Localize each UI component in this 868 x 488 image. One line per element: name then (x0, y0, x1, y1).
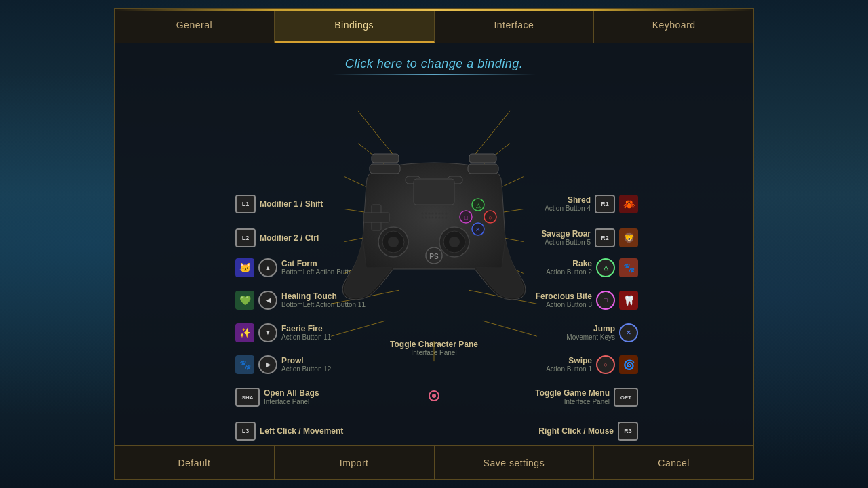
badge-l3: L3 (235, 422, 256, 441)
badge-l2: L2 (235, 228, 256, 247)
label-l2: Modifier 2 / Ctrl (260, 233, 319, 243)
binding-r3[interactable]: R3 Right Click / Mouse (538, 422, 638, 441)
svg-point-51 (435, 217, 437, 219)
icon-prowl: 🐾 (235, 355, 254, 374)
svg-point-49 (432, 217, 434, 219)
badge-share: SHA (235, 388, 260, 407)
tab-interface[interactable]: Interface (435, 9, 595, 43)
tab-keyboard[interactable]: Keyboard (594, 9, 753, 43)
icon-rake: 🐾 (619, 258, 638, 277)
svg-point-55 (446, 213, 448, 215)
label-r3: Right Click / Mouse (538, 426, 614, 436)
svg-line-7 (331, 321, 385, 336)
svg-line-15 (483, 321, 537, 336)
svg-point-45 (422, 217, 424, 219)
badge-circle: ○ (596, 355, 615, 374)
svg-point-29 (449, 237, 460, 247)
svg-point-26 (388, 237, 399, 247)
badge-dright: ▶ (258, 355, 277, 374)
svg-text:✕: ✕ (475, 226, 481, 233)
svg-point-53 (439, 217, 441, 219)
svg-point-43 (425, 213, 427, 215)
default-button[interactable]: Default (115, 446, 275, 479)
binding-r1[interactable]: 🦀 R1 Shred Action Button 4 (545, 195, 638, 214)
svg-point-56 (442, 217, 444, 219)
ps-home-indicator (429, 390, 439, 401)
cancel-button[interactable]: Cancel (594, 446, 753, 479)
badge-dup: ▲ (258, 258, 277, 277)
binding-ps[interactable]: Toggle Character Pane Interface Panel (390, 340, 478, 357)
binding-dright[interactable]: 🐾 ▶ Prowl Action Button 12 (235, 355, 331, 374)
binding-square[interactable]: 🦷 □ Ferocious Bite Action Button 3 (536, 291, 638, 310)
icon-catform: 🐱 (235, 258, 254, 277)
svg-text:PS: PS (429, 253, 439, 260)
badge-l1: L1 (235, 195, 256, 214)
label-square: Ferocious Bite Action Button 3 (536, 291, 592, 309)
svg-point-46 (425, 217, 427, 219)
badge-r2: R2 (595, 228, 615, 247)
binding-cross[interactable]: ✕ Jump Movement Keys (566, 323, 638, 342)
binding-share[interactable]: SHA Open All Bags Interface Panel (235, 388, 319, 407)
label-cross: Jump Movement Keys (566, 324, 615, 342)
bottom-bar: Default Import Save settings Cancel (115, 445, 753, 479)
icon-faeriefire: ✨ (235, 323, 254, 342)
binding-r2[interactable]: 🦁 R2 Savage Roar Action Button 5 (541, 228, 638, 247)
svg-rect-31 (363, 213, 389, 222)
badge-dleft: ◀ (258, 291, 277, 310)
icon-swipe: 🌀 (619, 355, 638, 374)
svg-point-57 (446, 217, 448, 219)
binding-l3[interactable]: L3 Left Click / Movement (235, 422, 343, 441)
content-area: Click here to change a binding. (115, 43, 753, 439)
label-circle: Swipe Action Button 1 (546, 356, 592, 373)
click-prompt-line (332, 74, 536, 75)
binding-circle[interactable]: 🌀 ○ Swipe Action Button 1 (546, 355, 638, 374)
svg-rect-20 (469, 154, 496, 163)
binding-l1[interactable]: L1 Modifier 1 / Shift (235, 195, 323, 214)
svg-point-47 (429, 217, 431, 219)
svg-point-52 (439, 213, 441, 215)
label-r2: Savage Roar Action Button 5 (541, 229, 591, 247)
badge-cross: ✕ (619, 323, 638, 342)
label-triangle: Rake Action Button 2 (546, 259, 592, 277)
controller-area: △ □ ○ ✕ PS (115, 81, 753, 372)
svg-text:○: ○ (488, 214, 492, 221)
label-dright: Prowl Action Button 12 (281, 356, 331, 373)
tab-bar: General Bindings Interface Keyboard (115, 9, 753, 43)
label-share: Open All Bags Interface Panel (264, 388, 319, 406)
badge-r3: R3 (618, 422, 638, 441)
svg-rect-23 (414, 179, 454, 205)
badge-ddown: ▼ (258, 323, 277, 342)
binding-ddown[interactable]: ✨ ▼ Faerie Fire Action Button 11 (235, 323, 331, 342)
badge-triangle: △ (596, 258, 615, 277)
svg-point-42 (422, 213, 424, 215)
svg-rect-19 (468, 164, 498, 174)
badge-options: OPT (614, 388, 638, 407)
label-options: Toggle Game Menu Interface Panel (535, 388, 610, 406)
badge-square: □ (596, 291, 615, 310)
import-button[interactable]: Import (275, 446, 435, 479)
controller-image: △ □ ○ ✕ PS (326, 144, 542, 309)
svg-point-54 (442, 213, 444, 215)
binding-triangle[interactable]: 🐾 △ Rake Action Button 2 (546, 258, 638, 277)
save-button[interactable]: Save settings (435, 446, 595, 479)
badge-r1: R1 (595, 195, 615, 214)
label-r1: Shred Action Button 4 (545, 195, 591, 213)
svg-point-48 (432, 213, 434, 215)
svg-rect-17 (370, 164, 400, 174)
icon-shred: 🦀 (619, 195, 638, 214)
binding-options[interactable]: OPT Toggle Game Menu Interface Panel (535, 388, 638, 407)
binding-l2[interactable]: L2 Modifier 2 / Ctrl (235, 228, 319, 247)
svg-rect-18 (372, 154, 399, 163)
settings-panel: General Bindings Interface Keyboard Clic… (114, 8, 754, 480)
tab-bindings[interactable]: Bindings (275, 9, 435, 43)
svg-point-44 (429, 213, 431, 215)
click-prompt-area[interactable]: Click here to change a binding. (115, 57, 753, 75)
label-l1: Modifier 1 / Shift (260, 199, 323, 209)
icon-healingtouch: 💚 (235, 291, 254, 310)
click-prompt-text[interactable]: Click here to change a binding. (115, 57, 753, 71)
tab-general[interactable]: General (115, 9, 275, 43)
icon-savageroar: 🦁 (619, 228, 638, 247)
icon-ferociousbite: 🦷 (619, 291, 638, 310)
label-l3: Left Click / Movement (260, 426, 343, 436)
label-ddown: Faerie Fire Action Button 11 (281, 324, 331, 342)
